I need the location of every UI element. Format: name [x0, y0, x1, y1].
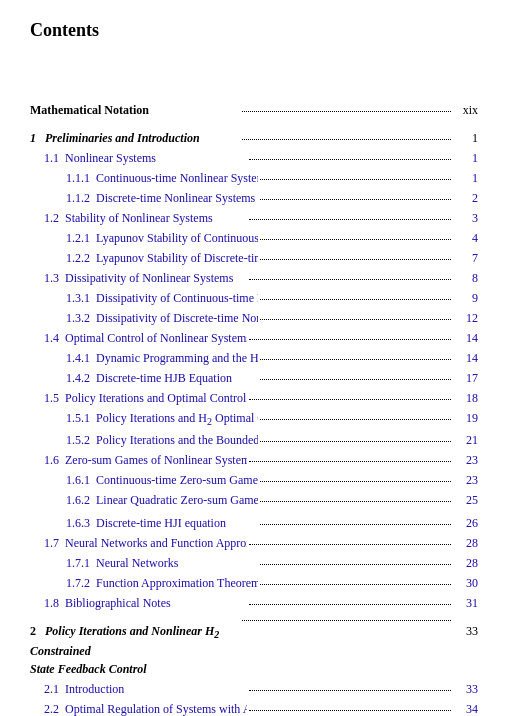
toc-container: Mathematical Notation xix 1 Preliminarie…: [30, 101, 478, 716]
toc-entry-1.1.2: 1.1.2 Discrete-time Nonlinear Systems 2: [30, 189, 478, 207]
toc-page: xix: [453, 101, 478, 119]
toc-entry-1.5: 1.5 Policy Iterations and Optimal Contro…: [30, 389, 478, 407]
toc-dots: [260, 179, 452, 180]
toc-label[interactable]: 2.2 Optimal Regulation of Systems with A…: [30, 700, 247, 716]
toc-page: 19: [453, 409, 478, 427]
toc-entry-1.7.2: 1.7.2 Function Approximation Theorems 30: [30, 574, 478, 592]
page-title: Contents: [30, 20, 478, 41]
toc-page: 14: [453, 349, 478, 367]
toc-entry-1.7: 1.7 Neural Networks and Function Approxi…: [30, 534, 478, 552]
toc-dots: [260, 419, 452, 420]
toc-label[interactable]: 1.4.1 Dynamic Programming and the HJB Eq…: [30, 349, 258, 367]
toc-entry-1.2.1: 1.2.1 Lyapunov Stability of Continuous-t…: [30, 229, 478, 247]
toc-page: 28: [453, 534, 478, 552]
toc-entry-ch1: 1 Preliminaries and Introduction 1: [30, 129, 478, 147]
toc-entry-ch2: 2 Policy Iterations and Nonlinear H2 Con…: [30, 622, 478, 678]
toc-entry-1.7.1: 1.7.1 Neural Networks 28: [30, 554, 478, 572]
toc-dots: [249, 710, 452, 711]
toc-entry-1.4.2: 1.4.2 Discrete-time HJB Equation 17: [30, 369, 478, 387]
toc-page: 9: [453, 289, 478, 307]
toc-entry-1.4: 1.4 Optimal Control of Nonlinear Systems…: [30, 329, 478, 347]
toc-entry-1.6.3: 1.6.3 Discrete-time HJI equation 26: [30, 514, 478, 532]
toc-label[interactable]: 1.7 Neural Networks and Function Approxi…: [30, 534, 247, 552]
toc-label: 2 Policy Iterations and Nonlinear H2 Con…: [30, 622, 240, 678]
toc-label[interactable]: 1.2.1 Lyapunov Stability of Continuous-t…: [30, 229, 258, 247]
toc-page: 23: [453, 471, 478, 489]
toc-dots: [249, 399, 452, 400]
toc-page: 3: [453, 209, 478, 227]
toc-dots: [249, 219, 452, 220]
toc-label[interactable]: 1.5.1 Policy Iterations and H2 Optimal C…: [30, 409, 258, 429]
toc-page: 7: [453, 249, 478, 267]
toc-dots: [242, 111, 452, 112]
toc-dots: [260, 501, 452, 502]
toc-dots: [260, 319, 452, 320]
toc-dots: [249, 339, 452, 340]
toc-dots: [260, 259, 452, 260]
toc-dots: [260, 524, 452, 525]
toc-dots: [249, 159, 452, 160]
toc-page: 33: [453, 680, 478, 698]
toc-label[interactable]: 2.1 Introduction: [30, 680, 247, 698]
toc-label[interactable]: 1.7.2 Function Approximation Theorems: [30, 574, 258, 592]
toc-label[interactable]: 1.6.3 Discrete-time HJI equation: [30, 514, 258, 532]
toc-label[interactable]: 1.6.2 Linear Quadratic Zero-sum Games an…: [30, 491, 258, 511]
toc-page: 1: [453, 169, 478, 187]
toc-entry-1.6.1: 1.6.1 Continuous-time Zero-sum Games: Th…: [30, 471, 478, 489]
toc-entry-1.3.2: 1.3.2 Dissipativity of Discrete-time Non…: [30, 309, 478, 327]
toc-dots: [260, 564, 452, 565]
toc-label[interactable]: 1.6.1 Continuous-time Zero-sum Games: Th…: [30, 471, 258, 489]
toc-label[interactable]: 1.2 Stability of Nonlinear Systems: [30, 209, 247, 227]
toc-label[interactable]: 1.4.2 Discrete-time HJB Equation: [30, 369, 258, 387]
toc-dots: [260, 379, 452, 380]
toc-label[interactable]: 1.8 Bibliographical Notes: [30, 594, 247, 612]
toc-page: 26: [453, 514, 478, 532]
toc-page: 28: [453, 554, 478, 572]
toc-entry-1.1.1: 1.1.1 Continuous-time Nonlinear Systems …: [30, 169, 478, 187]
toc-entry-1.8: 1.8 Bibliographical Notes 31: [30, 594, 478, 612]
toc-entry-1.2.2: 1.2.2 Lyapunov Stability of Discrete-tim…: [30, 249, 478, 267]
toc-label[interactable]: 1.1.2 Discrete-time Nonlinear Systems: [30, 189, 258, 207]
toc-entry-1.5.1: 1.5.1 Policy Iterations and H2 Optimal C…: [30, 409, 478, 429]
toc-label[interactable]: 1.5 Policy Iterations and Optimal Contro…: [30, 389, 247, 407]
toc-dots: [249, 690, 452, 691]
toc-entry-1.5.2: 1.5.2 Policy Iterations and the Bounded …: [30, 431, 478, 449]
toc-entry-1.6: 1.6 Zero-sum Games of Nonlinear Systems …: [30, 451, 478, 469]
toc-label[interactable]: 1.7.1 Neural Networks: [30, 554, 258, 572]
toc-entry-1.4.1: 1.4.1 Dynamic Programming and the HJB Eq…: [30, 349, 478, 367]
toc-page: 17: [453, 369, 478, 387]
toc-entry-2.2: 2.2 Optimal Regulation of Systems with A…: [30, 700, 478, 716]
toc-label[interactable]: 1.3.2 Dissipativity of Discrete-time Non…: [30, 309, 258, 327]
toc-page: 30: [453, 574, 478, 592]
toc-dots: [249, 604, 452, 605]
toc-dots: [242, 620, 452, 621]
toc-label[interactable]: 1.4 Optimal Control of Nonlinear Systems: [30, 329, 247, 347]
toc-label[interactable]: 1.3.1 Dissipativity of Continuous-time N…: [30, 289, 258, 307]
toc-entry-1.6.2: 1.6.2 Linear Quadratic Zero-sum Games an…: [30, 491, 478, 511]
toc-dots: [242, 139, 452, 140]
toc-entry-1.2: 1.2 Stability of Nonlinear Systems 3: [30, 209, 478, 227]
toc-page: 14: [453, 329, 478, 347]
toc-entry-math-notation: Mathematical Notation xix: [30, 101, 478, 119]
toc-label[interactable]: 1.1 Nonlinear Systems: [30, 149, 247, 167]
toc-dots: [249, 279, 452, 280]
toc-page: 1: [453, 129, 478, 147]
toc-page: 2: [453, 189, 478, 207]
toc-entry-2.1: 2.1 Introduction 33: [30, 680, 478, 698]
toc-dots: [260, 199, 452, 200]
toc-dots: [260, 239, 452, 240]
toc-dots: [260, 299, 452, 300]
toc-page: 33: [453, 622, 478, 640]
toc-page: 34: [453, 700, 478, 716]
toc-dots: [260, 441, 452, 442]
toc-label[interactable]: 1.2.2 Lyapunov Stability of Discrete-tim…: [30, 249, 258, 267]
toc-label[interactable]: 1.6 Zero-sum Games of Nonlinear Systems: [30, 451, 247, 469]
toc-page: 21: [453, 431, 478, 449]
toc-dots: [249, 461, 452, 462]
toc-label[interactable]: 1.5.2 Policy Iterations and the Bounded …: [30, 431, 258, 449]
toc-page: 12: [453, 309, 478, 327]
toc-label[interactable]: 1.3 Dissipativity of Nonlinear Systems: [30, 269, 247, 287]
toc-page: 1: [453, 149, 478, 167]
toc-label[interactable]: 1.1.1 Continuous-time Nonlinear Systems: [30, 169, 258, 187]
toc-page: 23: [453, 451, 478, 469]
